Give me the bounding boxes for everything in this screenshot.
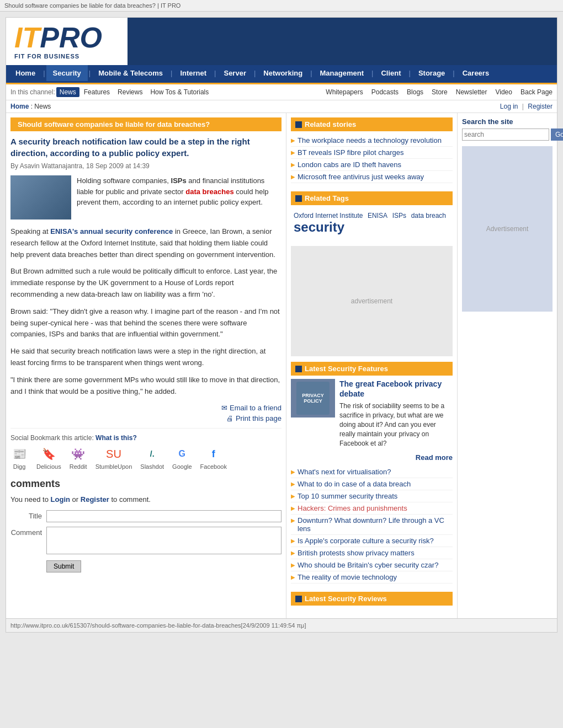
list-item: What's next for virtualisation? bbox=[291, 466, 453, 478]
feature-9[interactable]: The reality of movie technology bbox=[298, 573, 397, 581]
comments-login: You need to Login or Register to comment… bbox=[10, 495, 282, 504]
feature-5[interactable]: Downturn? What downturn? Life through a … bbox=[298, 516, 444, 533]
nav-management[interactable]: Management bbox=[314, 65, 370, 81]
breadcrumb-bar: Home : News Log in | Register bbox=[6, 100, 557, 113]
feature-8[interactable]: Who should be Britain's cyber security c… bbox=[298, 561, 438, 569]
google-icon: G bbox=[173, 446, 191, 462]
subnav-whitepapers[interactable]: Whitepapers bbox=[326, 88, 363, 96]
privacy-policy-icon: PRIVACYPOLICY bbox=[296, 382, 330, 415]
logo-area: IT PRO FIT FOR BUSINESS bbox=[6, 18, 128, 65]
tag-enisa[interactable]: ENISA bbox=[368, 212, 387, 220]
latest-features-title: Latest Security Features bbox=[305, 365, 388, 373]
social-facebook[interactable]: f Facebook bbox=[200, 446, 227, 470]
feature-3[interactable]: Top 10 summer security threats bbox=[298, 492, 397, 500]
comment-register-link[interactable]: Register bbox=[81, 495, 109, 504]
digg-label: Digg bbox=[13, 463, 26, 470]
tag-isps[interactable]: ISPs bbox=[392, 212, 406, 220]
social-delicious[interactable]: 🔖 Delicious bbox=[36, 446, 61, 470]
read-more-link[interactable]: Read more bbox=[416, 453, 453, 462]
logo-it: IT bbox=[14, 23, 40, 52]
login-link[interactable]: Log in bbox=[500, 103, 518, 110]
social-digg[interactable]: 📰 Digg bbox=[10, 446, 28, 470]
subnav-video[interactable]: Video bbox=[495, 88, 512, 96]
body-para-5: "I think there are some government MPs w… bbox=[10, 374, 282, 398]
search-input[interactable] bbox=[462, 129, 549, 141]
what-is-this-link[interactable]: What is this? bbox=[95, 434, 137, 442]
related-story-3[interactable]: London cabs are ID theft havens bbox=[298, 160, 401, 169]
submit-button[interactable]: Submit bbox=[46, 560, 81, 572]
read-more-container: Read more bbox=[291, 453, 453, 462]
header-banner bbox=[128, 18, 557, 65]
tags-container: Oxford Internet Institute ENISA ISPs dat… bbox=[291, 208, 453, 238]
article-title: Should software companies be liable for … bbox=[18, 120, 210, 129]
article-title-bar: Should software companies be liable for … bbox=[10, 117, 282, 131]
site-header: IT PRO FIT FOR BUSINESS bbox=[6, 18, 557, 65]
logo[interactable]: IT PRO bbox=[14, 23, 119, 52]
social-reddit[interactable]: 👾 Reddit bbox=[70, 446, 87, 470]
subnav-howtos[interactable]: How Tos & Tutorials bbox=[147, 87, 212, 97]
social-stumbleupon[interactable]: SU StumbleUpon bbox=[95, 446, 132, 470]
subnav-news[interactable]: News bbox=[56, 87, 79, 97]
article-intro: Holding software companies, ISPs and fin… bbox=[10, 175, 282, 220]
related-stories-box: Related stories The workplace needs a te… bbox=[291, 117, 453, 183]
list-item: Downturn? What downturn? Life through a … bbox=[291, 515, 453, 535]
subnav-backpage[interactable]: Back Page bbox=[520, 88, 553, 96]
email-friend-link[interactable]: Email to a friend bbox=[10, 404, 282, 412]
comment-login-link[interactable]: Login bbox=[51, 495, 70, 504]
nav-security[interactable]: Security bbox=[46, 65, 88, 81]
nav-mobile[interactable]: Mobile & Telecoms bbox=[92, 65, 169, 81]
tag-databreach[interactable]: data breach bbox=[411, 212, 446, 220]
tag-oxford[interactable]: Oxford Internet Institute bbox=[294, 212, 363, 220]
list-item: What to do in case of a data breach bbox=[291, 478, 453, 490]
login-links: Log in | Register bbox=[500, 103, 553, 110]
subnav-reviews[interactable]: Reviews bbox=[114, 87, 146, 97]
feature-4[interactable]: Hackers: Crimes and punishments bbox=[298, 504, 407, 512]
list-item: Is Apple's corporate culture a security … bbox=[291, 535, 453, 547]
enisa-link[interactable]: ENISA's annual security conference bbox=[50, 227, 173, 235]
search-go-button[interactable]: Go bbox=[551, 129, 563, 141]
comment-textarea[interactable] bbox=[46, 527, 282, 554]
stumbleupon-label: StumbleUpon bbox=[95, 463, 132, 470]
title-input[interactable] bbox=[46, 510, 282, 522]
subnav-podcasts[interactable]: Podcasts bbox=[371, 88, 399, 96]
related-story-4[interactable]: Microsoft free antivirus just weeks away bbox=[298, 173, 424, 181]
facebook-icon: f bbox=[205, 446, 222, 462]
nav-client[interactable]: Client bbox=[374, 65, 407, 81]
browser-title: Should software companies be liable for … bbox=[0, 0, 563, 12]
subnav-blogs[interactable]: Blogs bbox=[407, 88, 423, 96]
feature-1[interactable]: What's next for virtualisation? bbox=[298, 468, 391, 476]
print-page-link[interactable]: Print this page bbox=[10, 414, 282, 422]
latest-features-box: Latest Security Features PRIVACYPOLICY T… bbox=[291, 362, 453, 584]
tag-security[interactable]: security bbox=[294, 220, 344, 234]
social-google[interactable]: G Google bbox=[172, 446, 192, 470]
related-tags-icon bbox=[295, 195, 302, 202]
nav-storage[interactable]: Storage bbox=[412, 65, 452, 81]
breadcrumb-home[interactable]: Home bbox=[10, 103, 29, 110]
subnav-store[interactable]: Store bbox=[432, 88, 448, 96]
nav-careers[interactable]: Careers bbox=[456, 65, 496, 81]
right-sidebar: Search the site Go Advertisement bbox=[458, 113, 557, 618]
nav-server[interactable]: Server bbox=[217, 65, 252, 81]
breadcrumb-section: News bbox=[34, 103, 51, 110]
feature-7[interactable]: British protests show privacy matters bbox=[298, 549, 415, 557]
register-link[interactable]: Register bbox=[528, 103, 553, 110]
body-para-4: He said that security breach notificatio… bbox=[10, 346, 282, 369]
advertisement-block: advertisement bbox=[291, 246, 453, 356]
nav-networking[interactable]: Networking bbox=[257, 65, 309, 81]
feature-6[interactable]: Is Apple's corporate culture a security … bbox=[298, 537, 434, 545]
related-story-1[interactable]: The workplace needs a technology revolut… bbox=[298, 136, 442, 144]
logo-pro: PRO bbox=[40, 23, 102, 52]
search-box: Go bbox=[462, 129, 553, 141]
latest-features-header: Latest Security Features bbox=[291, 362, 453, 376]
subnav-newsletter[interactable]: Newsletter bbox=[456, 88, 487, 96]
article-headline: A security breach notification law could… bbox=[10, 136, 282, 159]
list-item: Microsoft free antivirus just weeks away bbox=[291, 171, 453, 183]
social-slashdot[interactable]: /. Slashdot bbox=[140, 446, 164, 470]
nav-home[interactable]: Home bbox=[9, 65, 42, 81]
feature-2[interactable]: What to do in case of a data breach bbox=[298, 480, 411, 488]
subnav-features[interactable]: Features bbox=[81, 87, 113, 97]
related-stories-title: Related stories bbox=[305, 120, 356, 129]
nav-internet[interactable]: Internet bbox=[173, 65, 213, 81]
related-story-2[interactable]: BT reveals ISP fibre pilot charges bbox=[298, 148, 403, 157]
data-breaches-link[interactable]: data breaches bbox=[185, 188, 233, 196]
